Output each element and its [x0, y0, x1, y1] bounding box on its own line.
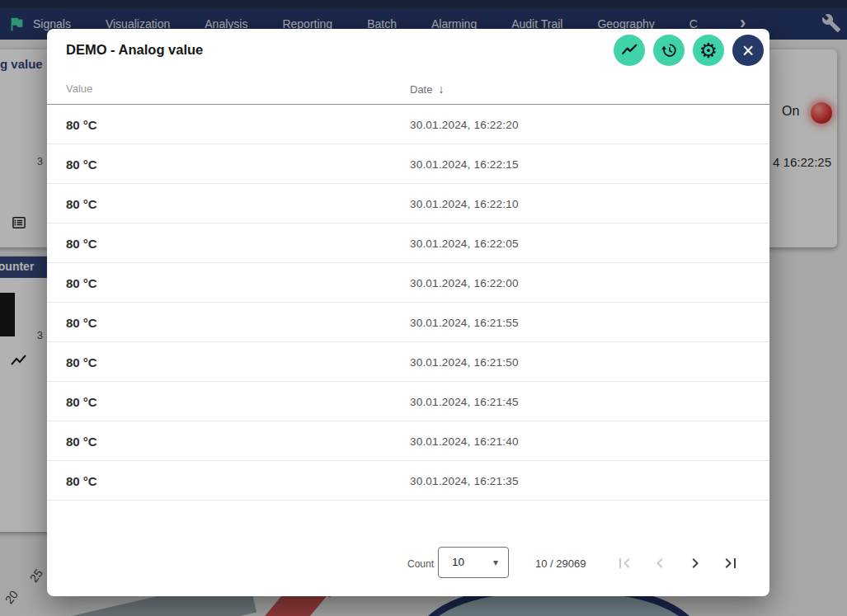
row-value: 80 °C	[66, 236, 97, 250]
row-date: 30.01.2024, 16:21:50	[410, 355, 519, 368]
chevron-right-icon	[685, 553, 705, 573]
table-row: 80 °C 30.01.2024, 16:21:50	[47, 342, 769, 382]
count-select-value: 10	[452, 548, 464, 577]
row-value: 80 °C	[66, 275, 97, 289]
table-row: 80 °C 30.01.2024, 16:22:20	[47, 105, 769, 144]
row-date: 30.01.2024, 16:21:35	[410, 474, 519, 487]
table-row: 80 °C 30.01.2024, 16:21:40	[47, 421, 769, 461]
column-header-date[interactable]: Date↓	[410, 82, 444, 96]
dialog-title: DEMO - Analog value	[66, 42, 203, 58]
close-button[interactable]: ×	[732, 35, 764, 66]
analog-value-dialog: DEMO - Analog value ⚙ × Value Date↓ 80 °…	[47, 29, 769, 596]
close-icon: ×	[742, 40, 755, 61]
table-row: 80 °C 30.01.2024, 16:22:05	[47, 223, 769, 263]
row-date: 30.01.2024, 16:21:40	[410, 435, 519, 447]
count-label: Count	[407, 558, 434, 570]
count-select[interactable]: 10 ▾	[438, 547, 509, 578]
row-value: 80 °C	[66, 315, 97, 329]
row-date: 30.01.2024, 16:22:00	[410, 276, 519, 289]
last-page-button[interactable]	[721, 553, 741, 573]
first-page-button[interactable]	[614, 553, 634, 573]
trend-line-icon	[620, 41, 639, 60]
row-value: 80 °C	[66, 117, 97, 131]
settings-button[interactable]: ⚙	[693, 35, 724, 66]
row-value: 80 °C	[66, 394, 97, 408]
row-date: 30.01.2024, 16:22:15	[410, 158, 519, 170]
sort-desc-icon: ↓	[438, 82, 444, 96]
row-value: 80 °C	[66, 157, 97, 171]
table-row: 80 °C 30.01.2024, 16:21:35	[47, 461, 769, 501]
table-row: 80 °C 30.01.2024, 16:21:55	[47, 303, 769, 342]
table-row: 80 °C 30.01.2024, 16:21:45	[47, 382, 769, 421]
row-date: 30.01.2024, 16:22:05	[410, 237, 519, 249]
table-header: Value Date↓	[47, 75, 769, 105]
row-value: 80 °C	[66, 473, 97, 487]
previous-page-button[interactable]	[650, 553, 670, 573]
table-row: 80 °C 30.01.2024, 16:22:15	[47, 144, 769, 184]
row-date: 30.01.2024, 16:21:55	[410, 316, 519, 328]
page-range-label: 10 / 29069	[535, 557, 586, 570]
gear-icon: ⚙	[699, 40, 718, 61]
row-value: 80 °C	[66, 434, 97, 448]
column-header-value[interactable]: Value	[66, 82, 92, 95]
first-page-icon	[614, 553, 634, 573]
row-value: 80 °C	[66, 355, 97, 369]
chart-view-button[interactable]	[614, 35, 645, 66]
row-date: 30.01.2024, 16:22:10	[410, 197, 519, 209]
next-page-button[interactable]	[685, 553, 705, 573]
row-date: 30.01.2024, 16:22:20	[410, 118, 519, 130]
dropdown-caret-icon: ▾	[493, 557, 498, 568]
history-button[interactable]	[653, 35, 685, 66]
value-table: 80 °C 30.01.2024, 16:22:20 80 °C 30.01.2…	[47, 105, 769, 501]
table-row: 80 °C 30.01.2024, 16:22:10	[47, 184, 769, 223]
chevron-left-icon	[650, 553, 670, 573]
screen: SignalsVisualizationAnalysisReportingBat…	[0, 0, 847, 616]
history-icon	[660, 41, 678, 59]
row-date: 30.01.2024, 16:21:45	[410, 395, 519, 407]
last-page-icon	[721, 553, 741, 573]
row-value: 80 °C	[66, 196, 97, 210]
table-row: 80 °C 30.01.2024, 16:22:00	[47, 263, 769, 303]
